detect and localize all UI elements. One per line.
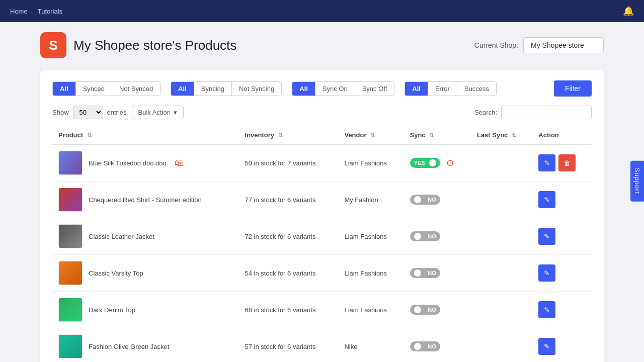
- inventory-sort-icon[interactable]: ⇅: [278, 132, 283, 138]
- last-sync-cell: [471, 292, 532, 328]
- edit-button[interactable]: ✎: [538, 338, 555, 355]
- product-cell-inner: Classic Leather Jacket: [58, 224, 233, 248]
- error-btn[interactable]: Error: [428, 82, 457, 96]
- product-cell-inner: Dark Denim Top: [58, 298, 233, 322]
- sync-cell: NO: [404, 255, 471, 292]
- not-syncing-btn[interactable]: Not Syncing: [232, 82, 281, 96]
- toggle-circle: [414, 343, 421, 350]
- sync-cell: YES ⊙: [404, 144, 471, 182]
- bell-icon[interactable]: 🔔: [623, 6, 634, 17]
- syncing-btn[interactable]: Syncing: [194, 82, 232, 96]
- inventory-cell: 57 in stock for 6 variants: [239, 328, 339, 363]
- logo-letter: S: [49, 38, 57, 53]
- inventory-cell: 68 in stock for 6 variants: [239, 292, 339, 328]
- col-inventory: Inventory ⇅: [239, 126, 339, 144]
- nav-home[interactable]: Home: [10, 8, 28, 15]
- vendor-cell: Liam Fashions: [338, 255, 404, 292]
- sync-on-btn[interactable]: Sync On: [315, 82, 355, 96]
- edit-button[interactable]: ✎: [538, 228, 555, 245]
- filter-card: All Synced Not Synced All Syncing Not Sy…: [40, 70, 604, 362]
- sync-all-btn[interactable]: All: [53, 82, 76, 96]
- error-icon: ⊙: [446, 157, 454, 168]
- sync-toggle-on[interactable]: YES: [410, 158, 440, 168]
- action-cell: ✎: [532, 182, 592, 218]
- table-row: Dark Denim Top 68 in stock for 6 variant…: [52, 292, 592, 328]
- vendor-cell: Liam Fashions: [338, 144, 404, 182]
- syncing-status-filter: All Syncing Not Syncing: [171, 81, 282, 96]
- delete-button[interactable]: 🗑: [558, 154, 576, 171]
- success-btn[interactable]: Success: [457, 82, 496, 96]
- bulk-action-label: Bulk Action: [138, 109, 171, 116]
- product-thumbnail: [58, 298, 83, 322]
- edit-button[interactable]: ✎: [538, 301, 555, 318]
- show-select[interactable]: 50 25 100: [73, 106, 103, 119]
- shopee-badge-icon: 🛍: [175, 158, 184, 168]
- col-sync: Sync ⇅: [404, 126, 471, 144]
- inventory-cell: 50 in stock for 7 variants: [239, 144, 339, 182]
- sync-off-btn[interactable]: Sync Off: [355, 82, 394, 96]
- sync-toggle-off[interactable]: NO: [410, 341, 440, 351]
- filter-row: All Synced Not Synced All Syncing Not Sy…: [52, 80, 592, 97]
- product-cell-inner: Classic Varsity Top: [58, 261, 233, 285]
- syncing-all-btn[interactable]: All: [171, 82, 194, 96]
- bulk-action-button[interactable]: Bulk Action ▾: [132, 106, 184, 119]
- product-thumbnail: [58, 224, 83, 248]
- sync-toggle-off[interactable]: NO: [410, 305, 440, 315]
- shop-select-box[interactable]: My Shopee store: [523, 37, 604, 53]
- edit-button[interactable]: ✎: [538, 191, 555, 208]
- vendor-sort-icon[interactable]: ⇅: [370, 132, 375, 138]
- sync-toggle-filter: All Sync On Sync Off: [292, 81, 394, 96]
- action-buttons: ✎: [538, 264, 586, 282]
- toggle-label: YES: [414, 160, 425, 166]
- table-header-row: Product ⇅ Inventory ⇅ Vendor ⇅ Sync ⇅: [52, 126, 592, 144]
- table-row: Chequered Red Shirt - Summer edition 77 …: [52, 182, 592, 218]
- table-controls: Show 50 25 100 entries Bulk Action ▾ Sea…: [52, 106, 592, 119]
- product-cell-inner: Blue Silk Tuxedoo doo doo 🛍: [58, 151, 233, 175]
- entries-label: entries: [107, 109, 127, 116]
- inventory-cell: 72 in stock for 6 variants: [239, 218, 339, 255]
- sync-cell: NO: [404, 218, 471, 255]
- shop-selector-label: Current Shop:: [474, 41, 518, 49]
- sync-not-synced-btn[interactable]: Not Synced: [112, 82, 160, 96]
- last-sync-cell: [471, 218, 532, 255]
- sync-sort-icon[interactable]: ⇅: [429, 132, 434, 138]
- inventory-cell: 77 in stock for 6 variants: [239, 182, 339, 218]
- support-tab[interactable]: Support: [630, 161, 644, 202]
- page-title-group: S My Shopee store's Products: [40, 32, 236, 58]
- sync-status-filter: All Synced Not Synced: [52, 81, 160, 96]
- sync-synced-btn[interactable]: Synced: [76, 82, 112, 96]
- col-vendor: Vendor ⇅: [338, 126, 404, 144]
- filter-button[interactable]: Filter: [554, 80, 592, 97]
- action-cell: ✎: [532, 292, 592, 328]
- product-cell: Fashion Olive Green Jacket: [52, 328, 239, 363]
- last-sync-sort-icon[interactable]: ⇅: [512, 132, 516, 138]
- toggle-all-btn[interactable]: All: [292, 82, 315, 96]
- search-input[interactable]: [501, 106, 592, 119]
- sync-toggle-off[interactable]: NO: [410, 268, 440, 278]
- show-group: Show 50 25 100 entries: [52, 106, 127, 119]
- product-sort-icon[interactable]: ⇅: [87, 132, 92, 138]
- action-buttons: ✎: [538, 191, 586, 208]
- nav-tutorials[interactable]: Tutorials: [38, 8, 62, 15]
- nav-links: Home Tutorials: [10, 8, 62, 15]
- error-all-btn[interactable]: All: [405, 82, 428, 96]
- last-sync-cell: [471, 144, 532, 182]
- action-buttons: ✎: [538, 301, 586, 318]
- table-row: Fashion Olive Green Jacket 57 in stock f…: [52, 328, 592, 363]
- sync-cell: NO: [404, 328, 471, 363]
- last-sync-cell: [471, 328, 532, 363]
- table-row: Blue Silk Tuxedoo doo doo 🛍 50 in stock …: [52, 144, 592, 182]
- product-name: Fashion Olive Green Jacket: [89, 343, 169, 350]
- action-buttons: ✎: [538, 338, 586, 355]
- shop-selector: Current Shop: My Shopee store: [474, 37, 604, 53]
- action-cell: ✎: [532, 328, 592, 363]
- action-buttons: ✎: [538, 228, 586, 245]
- action-cell: ✎: [532, 255, 592, 292]
- product-cell: Blue Silk Tuxedoo doo doo 🛍: [52, 144, 239, 182]
- edit-button[interactable]: ✎: [538, 154, 555, 171]
- product-thumbnail: [58, 188, 83, 212]
- toggle-circle: [414, 196, 421, 203]
- sync-toggle-off[interactable]: NO: [410, 195, 440, 205]
- sync-toggle-off[interactable]: NO: [410, 231, 440, 241]
- edit-button[interactable]: ✎: [538, 264, 555, 282]
